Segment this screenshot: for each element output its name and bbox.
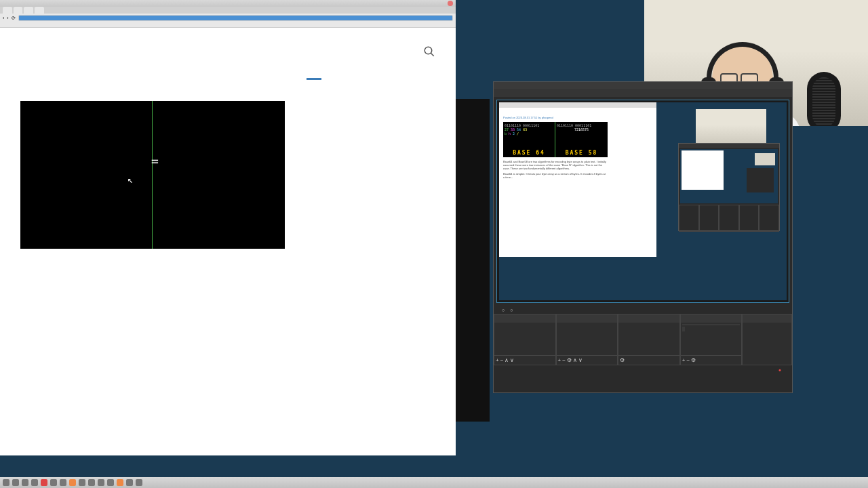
firefox-titlebar[interactable]: [0, 0, 456, 7]
app-icon[interactable]: [31, 479, 38, 486]
taskbar[interactable]: [0, 477, 868, 488]
obs-preview[interactable]: Posted on 2023.03.31 17:51 by pharpend 0…: [496, 100, 789, 303]
app-icon[interactable]: [98, 479, 104, 486]
svg-point-0: [425, 47, 432, 54]
article-figure: ↖ =: [20, 101, 285, 249]
terminal-window-peek: [456, 99, 490, 422]
taskbar-launchers[interactable]: [0, 479, 145, 486]
browser-tab[interactable]: [35, 7, 44, 14]
figure-base58-panel: =: [153, 101, 285, 249]
reload-icon[interactable]: ⟳: [12, 16, 16, 21]
app-icon[interactable]: [107, 479, 114, 486]
obs-controls-panel: [742, 314, 792, 365]
address-bar[interactable]: [18, 15, 453, 21]
obs-scenes-panel: +−∧∨: [494, 314, 556, 365]
forward-icon[interactable]: ›: [7, 16, 8, 20]
browser-tab[interactable]: [3, 7, 12, 14]
app-icon[interactable]: [88, 479, 95, 486]
article-main: ↖ =: [20, 74, 290, 261]
article-meta: [20, 82, 290, 92]
obs-preview-recursion: [678, 143, 780, 231]
transition-select[interactable]: [682, 324, 741, 325]
firefox-navbar: ‹ › ⟳: [0, 14, 456, 22]
obs-statusbar: ●: [494, 365, 792, 373]
figure-base64-panel: ↖: [20, 101, 153, 249]
app-icon[interactable]: [22, 479, 28, 486]
close-icon[interactable]: [448, 1, 453, 6]
obs-preview-firefox-mini: Posted on 2023.03.31 17:51 by pharpend 0…: [499, 102, 656, 257]
app-icon[interactable]: [117, 479, 123, 486]
obs-menubar[interactable]: [494, 89, 792, 97]
page-viewport[interactable]: ↖ =: [0, 28, 456, 455]
app-icon[interactable]: [79, 479, 85, 486]
app-icon[interactable]: [136, 479, 142, 486]
figure-b64-chars: [24, 135, 148, 154]
obs-mixer-panel: ⚙: [618, 314, 680, 365]
app-icon[interactable]: [12, 479, 19, 486]
app-icon[interactable]: [41, 479, 47, 486]
firefox-window: ‹ › ⟳: [0, 0, 456, 455]
search-icon[interactable]: [423, 45, 435, 60]
site-header: [20, 40, 435, 60]
app-icon[interactable]: [126, 479, 133, 486]
duration-input[interactable]: [682, 327, 685, 331]
browser-tab[interactable]: [14, 7, 23, 14]
svg-line-1: [431, 53, 434, 56]
app-icon[interactable]: [69, 479, 76, 486]
bookmarks-bar[interactable]: [0, 22, 456, 28]
obs-window: Posted on 2023.03.31 17:51 by pharpend 0…: [493, 81, 793, 393]
obs-titlebar[interactable]: [494, 82, 792, 89]
obs-sources-panel: +−⚙∧∨: [556, 314, 618, 365]
cursor-icon: ↖: [127, 174, 133, 185]
app-icon[interactable]: [50, 479, 57, 486]
back-icon[interactable]: ‹: [3, 16, 4, 20]
obs-transitions-panel: +−⚙: [680, 314, 743, 365]
browser-tab[interactable]: [24, 7, 33, 14]
sidebar: [307, 74, 435, 261]
figure-b64-nums: [24, 110, 148, 131]
app-icon[interactable]: [3, 479, 9, 486]
site-nav: [410, 45, 435, 60]
firefox-tabstrip[interactable]: [0, 7, 456, 14]
obs-panels: +−∧∨ +−⚙∧∨ ⚙ +−⚙: [494, 314, 792, 365]
app-icon[interactable]: [60, 479, 66, 486]
